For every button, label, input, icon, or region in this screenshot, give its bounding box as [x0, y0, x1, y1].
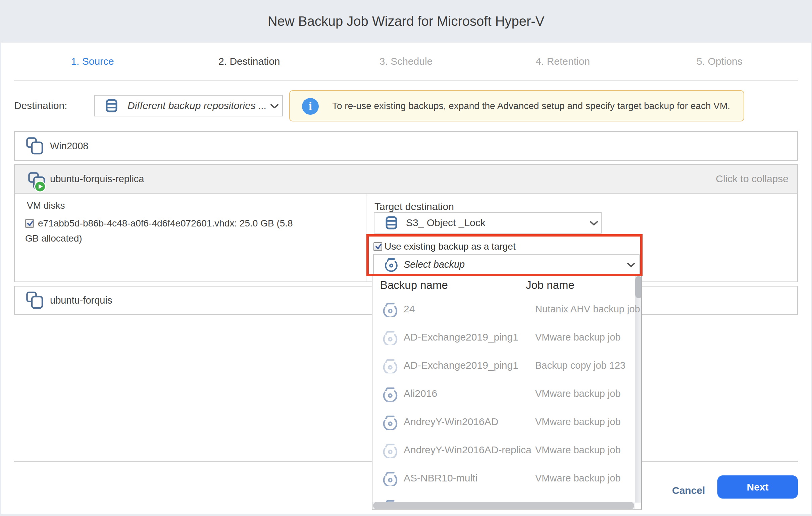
backup-name-column-header: Backup name — [380, 279, 448, 291]
backup-icon — [381, 301, 398, 317]
disk-checkbox[interactable] — [25, 219, 34, 228]
backup-dropdown-row[interactable]: AndreyY-Win2016AD-replica VMware backup … — [372, 436, 641, 464]
backup-dropdown-row[interactable]: Ali2016 VMware backup job — [372, 379, 641, 408]
horizontal-scrollbar[interactable] — [372, 502, 635, 509]
backup-name-cell: Ali2016 — [404, 379, 437, 408]
destination-dropdown[interactable]: Different backup repositories ... — [94, 95, 283, 116]
chevron-down-icon — [589, 221, 598, 226]
backup-icon — [381, 442, 398, 458]
vm-disks-label: VM disks — [27, 200, 65, 211]
info-banner-text: To re-use existing backups, expand the A… — [332, 91, 730, 121]
backup-dropdown-row[interactable]: 24 Nutanix AHV backup job — [372, 295, 641, 323]
vm-icon — [26, 137, 44, 155]
use-existing-backup-row: Use existing backup as a target — [373, 241, 516, 252]
vm-name: Win2008 — [50, 141, 88, 152]
destination-label: Destination: — [14, 99, 67, 112]
tab-2-destination[interactable]: 2. Destination — [171, 50, 327, 73]
chevron-down-icon — [270, 104, 279, 109]
job-name-cell: Backup copy job 123 — [535, 351, 626, 379]
next-button[interactable]: Next — [717, 476, 798, 498]
backup-icon — [381, 357, 398, 373]
cancel-button[interactable]: Cancel — [672, 485, 705, 496]
tab-3-schedule[interactable]: 3. Schedule — [327, 50, 484, 73]
job-name-cell: VMware backup job — [535, 464, 621, 492]
use-existing-checkbox[interactable] — [373, 242, 382, 251]
backup-dropdown-row[interactable]: AndreyY-Win2016AD VMware backup job — [372, 408, 641, 436]
select-backup-dropdown[interactable]: Select backup — [373, 254, 640, 275]
use-existing-label: Use existing backup as a target — [384, 241, 516, 252]
backup-icon — [383, 257, 399, 272]
vm-disk-text: e71abb5d-b86b-4c48-a0f6-4d6f4e072601.vhd… — [25, 218, 293, 243]
select-backup-placeholder: Select backup — [404, 259, 465, 270]
target-destination-value: S3_ Object _Lock — [406, 217, 486, 228]
job-name-column-header: Job name — [526, 279, 575, 291]
backup-name-cell: AD-Exchange2019_ping1 — [404, 351, 518, 379]
backup-icon — [381, 470, 398, 486]
repository-icon — [385, 216, 397, 229]
vm-replica-icon — [28, 172, 48, 194]
backup-dropdown-row[interactable]: AS-NBR10-multi VMware backup job — [372, 464, 641, 492]
wizard-steps: 1. Source2. Destination3. Schedule4. Ret… — [14, 50, 798, 73]
tab-1-source[interactable]: 1. Source — [14, 50, 171, 73]
job-name-cell: Nutanix AHV backup job — [535, 295, 640, 323]
backup-dropdown-panel: Backup name Job name 24 Nutanix AHV back… — [372, 276, 642, 510]
repository-icon — [106, 99, 117, 112]
vm-row-expanded-header[interactable]: ubuntu-forquis-replica Click to collapse — [15, 165, 797, 194]
collapse-hint[interactable]: Click to collapse — [716, 173, 788, 184]
destination-dropdown-value: Different backup repositories ... — [127, 100, 267, 111]
backup-dropdown-row[interactable]: AD-Exchange2019_ping1 Backup copy job 12… — [372, 351, 641, 379]
vm-name: ubuntu-forquis-replica — [50, 173, 144, 184]
vm-row-win2008[interactable]: Win2008 — [14, 131, 798, 161]
backup-dropdown-row[interactable]: AD-Exchange2019_ping1 VMware backup job — [372, 323, 641, 351]
job-name-cell: VMware backup job — [535, 408, 621, 436]
vm-icon — [26, 291, 44, 309]
wizard-header: New Backup Job Wizard for Microsoft Hype… — [0, 0, 812, 42]
horizontal-scrollbar-thumb[interactable] — [373, 502, 634, 509]
backup-name-cell: AndreyY-Win2016AD-replica — [404, 436, 531, 464]
window-edge-left — [0, 0, 1, 516]
backup-name-cell: 24 — [404, 295, 415, 323]
job-name-cell: VMware backup job — [535, 323, 621, 351]
job-name-cell: VMware backup job — [535, 379, 621, 408]
tab-4-retention[interactable]: 4. Retention — [485, 50, 641, 73]
window-edge-bottom — [0, 514, 812, 516]
job-name-cell: VMware backup job — [535, 436, 621, 464]
backup-icon — [381, 414, 398, 430]
column-divider — [366, 194, 367, 282]
vm-name: ubuntu-forquis — [50, 295, 112, 306]
wizard-title: New Backup Job Wizard for Microsoft Hype… — [268, 14, 545, 29]
tab-5-options[interactable]: 5. Options — [641, 50, 798, 73]
backup-name-cell: AD-Exchange2019_ping1 — [404, 323, 518, 351]
backup-icon — [381, 329, 398, 345]
info-icon: i — [302, 98, 319, 115]
chevron-down-icon — [627, 262, 636, 268]
target-destination-label: Target destination — [374, 201, 454, 212]
backup-name-cell: AndreyY-Win2016AD — [404, 408, 498, 436]
backup-icon — [381, 385, 398, 402]
tabs-divider — [14, 80, 798, 81]
info-banner: i To re-use existing backups, expand the… — [289, 90, 744, 121]
backup-name-cell: AS-NBR10-multi — [404, 464, 477, 492]
target-destination-dropdown[interactable]: S3_ Object _Lock — [374, 212, 602, 233]
vm-disk-item: e71abb5d-b86b-4c48-a0f6-4d6f4e072601.vhd… — [25, 216, 300, 246]
